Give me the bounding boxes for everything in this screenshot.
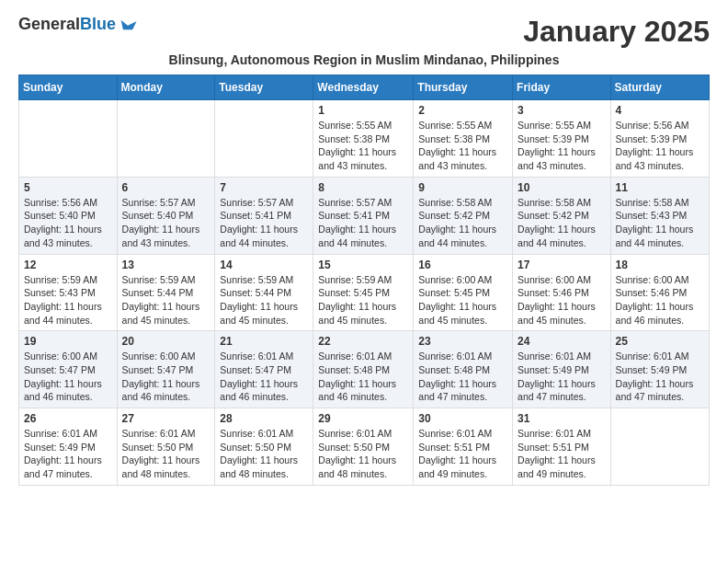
day-number: 7	[220, 181, 308, 194]
day-number: 6	[122, 181, 210, 194]
weekday-header-saturday: Saturday	[610, 75, 709, 100]
weekday-header-sunday: Sunday	[19, 75, 118, 100]
cell-info: Sunrise: 6:01 AM Sunset: 5:49 PM Dayligh…	[616, 350, 704, 404]
cell-info: Sunrise: 6:01 AM Sunset: 5:49 PM Dayligh…	[518, 350, 606, 404]
day-number: 24	[518, 335, 606, 348]
calendar-cell: 31Sunrise: 6:01 AM Sunset: 5:51 PM Dayli…	[513, 408, 611, 486]
page: GeneralBlue January 2025 Blinsung, Auton…	[0, 0, 728, 500]
cell-info: Sunrise: 5:58 AM Sunset: 5:42 PM Dayligh…	[418, 196, 507, 250]
day-number: 18	[616, 259, 704, 271]
day-number: 27	[122, 412, 210, 425]
cell-info: Sunrise: 6:00 AM Sunset: 5:45 PM Dayligh…	[418, 273, 507, 327]
cell-info: Sunrise: 6:01 AM Sunset: 5:48 PM Dayligh…	[418, 350, 507, 404]
cell-info: Sunrise: 6:01 AM Sunset: 5:50 PM Dayligh…	[220, 427, 308, 481]
calendar-week-row: 5Sunrise: 5:56 AM Sunset: 5:40 PM Daylig…	[19, 177, 710, 254]
cell-info: Sunrise: 6:00 AM Sunset: 5:47 PM Dayligh…	[24, 350, 112, 404]
day-number: 29	[318, 412, 408, 425]
cell-info: Sunrise: 5:55 AM Sunset: 5:38 PM Dayligh…	[318, 119, 408, 173]
day-number: 12	[24, 259, 112, 271]
calendar-cell: 3Sunrise: 5:55 AM Sunset: 5:39 PM Daylig…	[513, 100, 611, 178]
day-number: 5	[24, 181, 112, 194]
calendar-cell	[117, 100, 215, 178]
day-number: 21	[220, 335, 308, 348]
calendar-cell: 5Sunrise: 5:56 AM Sunset: 5:40 PM Daylig…	[19, 177, 118, 254]
calendar-week-row: 19Sunrise: 6:00 AM Sunset: 5:47 PM Dayli…	[19, 331, 710, 408]
calendar-cell	[215, 100, 313, 178]
calendar-cell: 26Sunrise: 6:01 AM Sunset: 5:49 PM Dayli…	[19, 408, 118, 486]
cell-info: Sunrise: 5:55 AM Sunset: 5:38 PM Dayligh…	[418, 119, 507, 173]
day-number: 20	[122, 335, 210, 348]
day-number: 2	[418, 104, 507, 117]
day-number: 13	[122, 259, 210, 271]
weekday-header-monday: Monday	[117, 75, 215, 100]
day-number: 11	[616, 181, 704, 194]
day-number: 19	[24, 335, 112, 348]
calendar-cell: 30Sunrise: 6:01 AM Sunset: 5:51 PM Dayli…	[414, 408, 513, 486]
day-number: 16	[418, 259, 507, 271]
day-number: 1	[318, 104, 408, 117]
calendar-cell: 23Sunrise: 6:01 AM Sunset: 5:48 PM Dayli…	[414, 331, 513, 408]
calendar-cell: 29Sunrise: 6:01 AM Sunset: 5:50 PM Dayli…	[313, 408, 414, 486]
day-number: 3	[518, 104, 606, 117]
calendar-cell: 13Sunrise: 5:59 AM Sunset: 5:44 PM Dayli…	[117, 254, 215, 331]
calendar-cell: 24Sunrise: 6:01 AM Sunset: 5:49 PM Dayli…	[513, 331, 611, 408]
logo-icon	[118, 15, 138, 35]
subtitle: Blinsung, Autonomous Region in Muslim Mi…	[18, 52, 710, 67]
day-number: 9	[418, 181, 507, 194]
day-number: 14	[220, 259, 308, 271]
weekday-header-friday: Friday	[513, 75, 611, 100]
logo-blue: Blue	[80, 15, 116, 33]
day-number: 4	[616, 104, 704, 117]
cell-info: Sunrise: 5:58 AM Sunset: 5:42 PM Dayligh…	[518, 196, 606, 250]
weekday-header-thursday: Thursday	[414, 75, 513, 100]
calendar-cell: 11Sunrise: 5:58 AM Sunset: 5:43 PM Dayli…	[610, 177, 709, 254]
day-number: 23	[418, 335, 507, 348]
logo-general: General	[18, 15, 80, 33]
svg-marker-0	[121, 20, 137, 29]
cell-info: Sunrise: 5:57 AM Sunset: 5:41 PM Dayligh…	[318, 196, 408, 250]
cell-info: Sunrise: 5:56 AM Sunset: 5:40 PM Dayligh…	[24, 196, 112, 250]
calendar-cell: 10Sunrise: 5:58 AM Sunset: 5:42 PM Dayli…	[513, 177, 611, 254]
day-number: 31	[518, 412, 606, 425]
cell-info: Sunrise: 6:00 AM Sunset: 5:47 PM Dayligh…	[122, 350, 210, 404]
logo: GeneralBlue	[18, 15, 138, 35]
day-number: 17	[518, 259, 606, 271]
calendar-cell: 6Sunrise: 5:57 AM Sunset: 5:40 PM Daylig…	[117, 177, 215, 254]
calendar-cell	[19, 100, 118, 178]
calendar-cell: 22Sunrise: 6:01 AM Sunset: 5:48 PM Dayli…	[313, 331, 414, 408]
cell-info: Sunrise: 6:00 AM Sunset: 5:46 PM Dayligh…	[616, 273, 704, 327]
weekday-header-wednesday: Wednesday	[313, 75, 414, 100]
day-number: 26	[24, 412, 112, 425]
calendar-cell: 16Sunrise: 6:00 AM Sunset: 5:45 PM Dayli…	[414, 254, 513, 331]
cell-info: Sunrise: 5:55 AM Sunset: 5:39 PM Dayligh…	[518, 119, 606, 173]
calendar-cell: 4Sunrise: 5:56 AM Sunset: 5:39 PM Daylig…	[610, 100, 709, 178]
weekday-header-tuesday: Tuesday	[215, 75, 313, 100]
cell-info: Sunrise: 6:01 AM Sunset: 5:48 PM Dayligh…	[318, 350, 408, 404]
calendar-cell: 20Sunrise: 6:00 AM Sunset: 5:47 PM Dayli…	[117, 331, 215, 408]
cell-info: Sunrise: 5:59 AM Sunset: 5:44 PM Dayligh…	[122, 273, 210, 327]
calendar-cell: 28Sunrise: 6:01 AM Sunset: 5:50 PM Dayli…	[215, 408, 313, 486]
cell-info: Sunrise: 5:57 AM Sunset: 5:41 PM Dayligh…	[220, 196, 308, 250]
calendar-cell: 1Sunrise: 5:55 AM Sunset: 5:38 PM Daylig…	[313, 100, 414, 178]
calendar-week-row: 12Sunrise: 5:59 AM Sunset: 5:43 PM Dayli…	[19, 254, 710, 331]
day-number: 25	[616, 335, 704, 348]
cell-info: Sunrise: 6:00 AM Sunset: 5:46 PM Dayligh…	[518, 273, 606, 327]
cell-info: Sunrise: 5:56 AM Sunset: 5:39 PM Dayligh…	[616, 119, 704, 173]
header: GeneralBlue January 2025	[18, 15, 710, 49]
cell-info: Sunrise: 6:01 AM Sunset: 5:51 PM Dayligh…	[418, 427, 507, 481]
calendar-cell: 19Sunrise: 6:00 AM Sunset: 5:47 PM Dayli…	[19, 331, 118, 408]
cell-info: Sunrise: 5:59 AM Sunset: 5:44 PM Dayligh…	[220, 273, 308, 327]
calendar-cell: 7Sunrise: 5:57 AM Sunset: 5:41 PM Daylig…	[215, 177, 313, 254]
cell-info: Sunrise: 6:01 AM Sunset: 5:49 PM Dayligh…	[24, 427, 112, 481]
cell-info: Sunrise: 5:59 AM Sunset: 5:45 PM Dayligh…	[318, 273, 408, 327]
cell-info: Sunrise: 6:01 AM Sunset: 5:51 PM Dayligh…	[518, 427, 606, 481]
cell-info: Sunrise: 6:01 AM Sunset: 5:47 PM Dayligh…	[220, 350, 308, 404]
calendar-cell: 21Sunrise: 6:01 AM Sunset: 5:47 PM Dayli…	[215, 331, 313, 408]
weekday-header-row: SundayMondayTuesdayWednesdayThursdayFrid…	[19, 75, 710, 100]
calendar-cell: 27Sunrise: 6:01 AM Sunset: 5:50 PM Dayli…	[117, 408, 215, 486]
calendar-week-row: 26Sunrise: 6:01 AM Sunset: 5:49 PM Dayli…	[19, 408, 710, 486]
calendar-cell: 2Sunrise: 5:55 AM Sunset: 5:38 PM Daylig…	[414, 100, 513, 178]
day-number: 15	[318, 259, 408, 271]
month-title: January 2025	[523, 15, 710, 49]
calendar-cell	[610, 408, 709, 486]
